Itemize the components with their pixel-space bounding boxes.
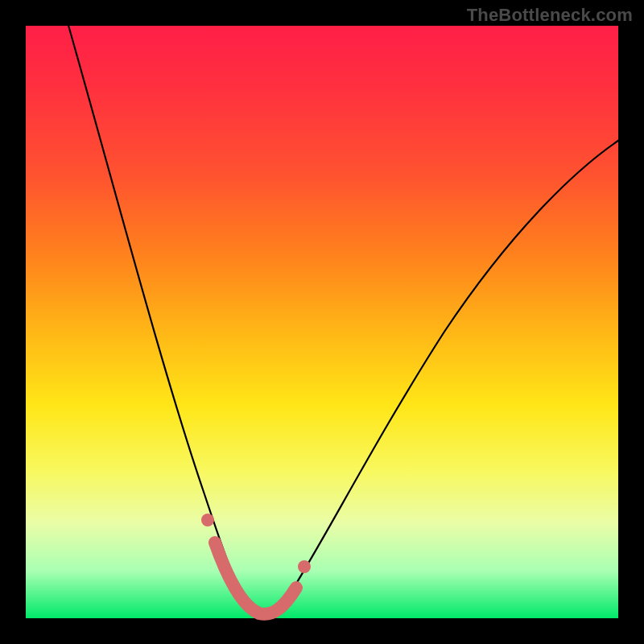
- highlight-dot-left: [201, 514, 214, 526]
- plot-area: [26, 26, 618, 618]
- chart-frame: TheBottleneck.com: [0, 0, 644, 644]
- watermark-text: TheBottleneck.com: [467, 5, 633, 26]
- curve-right-branch: [279, 138, 621, 612]
- highlight-segment: [215, 543, 296, 614]
- curve-layer: [26, 26, 618, 618]
- highlight-dot-right: [298, 560, 311, 573]
- curve-left-branch: [68, 23, 250, 612]
